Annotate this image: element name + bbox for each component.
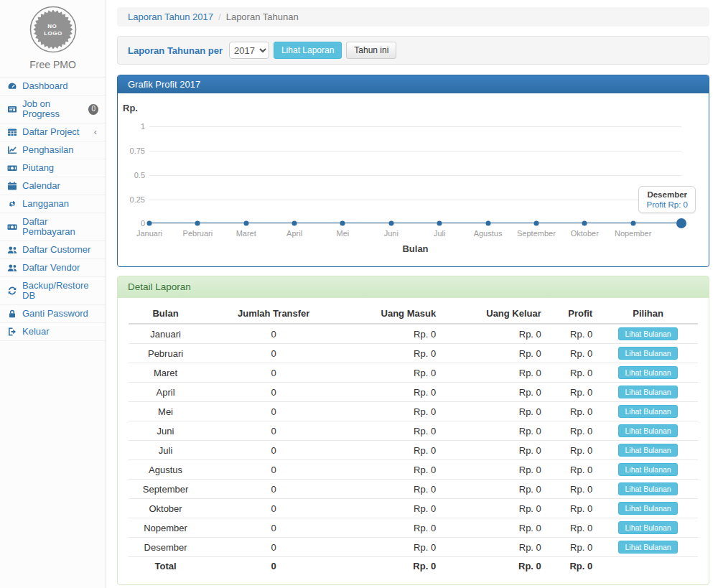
cell-bulan: Juli [129,441,202,460]
breadcrumb-separator: / [218,11,221,22]
lihat-bulanan-button[interactable]: Lihat Bulanan [618,366,677,379]
data-point-oktober[interactable] [582,221,587,226]
column-header-pilihan: Pilihan [598,304,698,324]
lihat-laporan-button[interactable]: Lihat Laporan [274,42,342,59]
cell-uang-masuk: Rp. 0 [345,499,442,518]
report-table-header-row: BulanJumlah TransferUang MasukUang Kelua… [129,304,698,324]
table-icon [7,127,18,137]
x-tick-label: Mei [337,229,350,238]
table-row-oktober: Oktober0Rp. 0Rp. 0Rp. 0Lihat Bulanan [129,499,698,518]
lihat-bulanan-button[interactable]: Lihat Bulanan [618,502,677,515]
cell-profit: Rp. 0 [547,324,598,344]
sidebar-item-label: Calendar [22,181,60,191]
data-point-april[interactable] [292,221,297,226]
y-tick-label: 0 [121,219,145,228]
lihat-bulanan-button[interactable]: Lihat Bulanan [618,347,677,360]
y-tick-label: 0.25 [121,195,145,204]
cell-pilihan: Lihat Bulanan [598,402,698,421]
tachometer-icon [7,81,18,91]
data-point-maret[interactable] [243,221,248,226]
table-row-september: September0Rp. 0Rp. 0Rp. 0Lihat Bulanan [129,480,698,499]
cell-profit: Rp. 0 [547,402,598,421]
lihat-bulanan-button[interactable]: Lihat Bulanan [618,386,677,398]
sidebar-item-daftar-customer[interactable]: Daftar Customer [0,241,106,259]
money-icon [7,163,18,173]
year-filter-label: Laporan Tahunan per [128,45,223,56]
brand-name: Free PMO [0,59,106,70]
data-point-desember[interactable] [676,218,686,228]
lihat-bulanan-button[interactable]: Lihat Bulanan [618,541,677,554]
data-point-januari[interactable] [147,221,152,226]
lihat-bulanan-button[interactable]: Lihat Bulanan [618,482,677,495]
sidebar-item-label: Ganti Password [22,309,88,319]
sidebar-item-penghasilan[interactable]: Penghasilan [0,141,106,159]
sidebar-item-langganan[interactable]: Langganan [0,195,106,213]
report-total-row: Total0Rp. 0Rp. 0Rp. 0 [129,557,698,574]
lihat-bulanan-button[interactable]: Lihat Bulanan [618,327,677,340]
sidebar-item-piutang[interactable]: Piutang [0,159,106,177]
sidebar-item-label: Daftar Customer [22,245,90,255]
data-point-pebruari[interactable] [195,221,200,226]
table-row-nopember: Nopember0Rp. 0Rp. 0Rp. 0Lihat Bulanan [129,518,698,538]
cell-uang-keluar: Rp. 0 [442,421,547,441]
cell-jumlah-transfer: 0 [202,518,345,538]
table-row-agustus: Agustus0Rp. 0Rp. 0Rp. 0Lihat Bulanan [129,460,698,480]
cell-bulan: Pebruari [129,344,202,363]
sidebar-item-daftar-project[interactable]: Daftar Project‹ [0,123,106,141]
lihat-bulanan-button[interactable]: Lihat Bulanan [618,405,677,418]
sidebar-item-label: Daftar Vendor [22,263,80,273]
sidebar-item-daftar-vendor[interactable]: Daftar Vendor [0,259,106,277]
cell-profit: Rp. 0 [547,538,598,557]
total-uang-masuk: Rp. 0 [345,557,442,574]
tooltip-value: Profit Rp: 0 [646,200,688,209]
cell-uang-masuk: Rp. 0 [345,402,442,421]
sidebar-item-job-on-progress[interactable]: Job on Progress0 [0,95,106,123]
cell-pilihan: Lihat Bulanan [598,383,698,402]
tahun-ini-button[interactable]: Tahun ini [346,42,396,59]
cell-bulan: Mei [129,402,202,421]
cell-uang-masuk: Rp. 0 [345,441,442,460]
lock-icon [7,309,18,319]
cell-bulan: September [129,480,202,499]
chart-plot-area: Desember Profit Rp: 0 Bulan 10.750.50.25… [149,126,681,223]
sidebar-item-ganti-password[interactable]: Ganti Password [0,305,106,323]
cell-profit: Rp. 0 [547,421,598,441]
data-point-agustus[interactable] [485,221,490,226]
total-uang-keluar: Rp. 0 [442,557,547,574]
x-tick-label: Juni [384,229,398,238]
sidebar-item-daftar-pembayaran[interactable]: Daftar Pembayaran [0,213,106,241]
lihat-bulanan-button[interactable]: Lihat Bulanan [618,444,677,457]
cell-jumlah-transfer: 0 [202,344,345,363]
data-point-nopember[interactable] [630,221,635,226]
breadcrumb-link-laporan-tahun[interactable]: Laporan Tahun 2017 [128,11,213,22]
sidebar-item-dashboard[interactable]: Dashboard [0,78,106,95]
sidebar-item-calendar[interactable]: Calendar [0,177,106,195]
users-icon [7,245,18,255]
year-filter-form: Laporan Tahunan per 2017 Lihat Laporan T… [117,36,709,65]
lihat-bulanan-button[interactable]: Lihat Bulanan [618,521,677,534]
sidebar-item-backup-restore-db[interactable]: Backup/Restore DB [0,277,106,305]
sidebar-item-label: Piutang [22,163,54,173]
data-point-juli[interactable] [437,221,442,226]
line-chart-icon [7,145,18,155]
lihat-bulanan-button[interactable]: Lihat Bulanan [618,424,677,437]
data-point-juni[interactable] [388,221,393,226]
main-content: Laporan Tahun 2017 / Laporan Tahunan Lap… [106,0,718,588]
cell-jumlah-transfer: 0 [202,363,345,383]
cell-profit: Rp. 0 [547,480,598,499]
cell-uang-masuk: Rp. 0 [345,383,442,402]
table-row-desember: Desember0Rp. 0Rp. 0Rp. 0Lihat Bulanan [129,538,698,557]
cell-jumlah-transfer: 0 [202,421,345,441]
sidebar-item-keluar[interactable]: Keluar [0,323,106,341]
cell-uang-masuk: Rp. 0 [345,363,442,383]
cell-pilihan: Lihat Bulanan [598,344,698,363]
cell-pilihan: Lihat Bulanan [598,538,698,557]
lihat-bulanan-button[interactable]: Lihat Bulanan [618,463,677,476]
data-point-mei[interactable] [340,221,345,226]
cell-uang-keluar: Rp. 0 [442,518,547,538]
cell-uang-keluar: Rp. 0 [442,499,547,518]
data-point-september[interactable] [533,221,538,226]
year-select[interactable]: 2017 [229,42,269,59]
breadcrumb: Laporan Tahun 2017 / Laporan Tahunan [117,7,709,27]
gridline [149,151,681,151]
